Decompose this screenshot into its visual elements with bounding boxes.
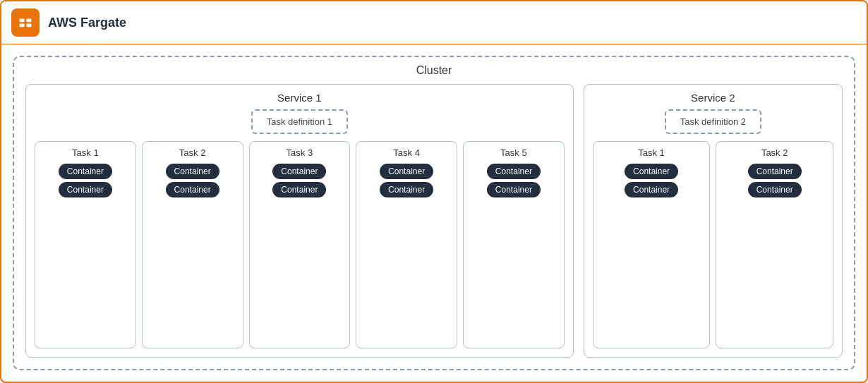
service2-task-2-label: Task 2 [761, 147, 788, 158]
task-4-box: Task 4 Container Container [356, 141, 457, 348]
page-title: AWS Fargate [48, 16, 126, 30]
task-5-label: Task 5 [500, 147, 527, 158]
cluster-box: Cluster Service 1 Task definition 1 Task… [13, 56, 855, 370]
service2-task-1-container-1: Container [625, 164, 678, 179]
svg-rect-2 [26, 18, 31, 22]
task-1-label: Task 1 [72, 147, 99, 158]
service-1-box: Service 1 Task definition 1 Task 1 Conta… [25, 84, 574, 358]
task-2-container-1: Container [166, 164, 219, 179]
task-3-container-1: Container [272, 164, 326, 179]
diagram-header: AWS Fargate [1, 1, 867, 44]
diagram-body: Cluster Service 1 Task definition 1 Task… [1, 44, 867, 382]
services-row: Service 1 Task definition 1 Task 1 Conta… [25, 84, 843, 358]
service2-task-1-box: Task 1 Container Container [593, 141, 711, 348]
service-1-label: Service 1 [35, 92, 565, 104]
task-4-container-1: Container [380, 164, 433, 179]
task-4-container-2: Container [380, 182, 433, 197]
service-2-box: Service 2 Task definition 2 Task 1 Conta… [584, 84, 843, 358]
task-5-box: Task 5 Container Container [463, 141, 565, 348]
task-3-label: Task 3 [287, 147, 313, 158]
service2-task-2-container-1: Container [748, 164, 802, 179]
task-5-container-2: Container [487, 182, 541, 197]
svg-rect-0 [16, 13, 35, 32]
task-1-container-1: Container [59, 164, 112, 179]
task-definition-1-box: Task definition 1 [251, 109, 348, 134]
task-1-box: Task 1 Container Container [35, 141, 136, 348]
service2-task-2-box: Task 2 Container Container [716, 141, 833, 348]
service-2-label: Service 2 [593, 92, 833, 104]
svg-rect-4 [26, 23, 31, 27]
task-3-container-2: Container [272, 182, 326, 197]
cluster-label: Cluster [25, 64, 843, 77]
service2-task-1-label: Task 1 [638, 147, 665, 158]
aws-fargate-icon [11, 8, 40, 37]
svg-rect-3 [20, 23, 25, 27]
task-2-label: Task 2 [179, 147, 206, 158]
task-2-container-2: Container [166, 182, 219, 197]
task-definition-1-label: Task definition 1 [267, 116, 332, 127]
service2-task-2-container-2: Container [748, 182, 802, 197]
task-3-box: Task 3 Container Container [249, 141, 351, 348]
task-4-label: Task 4 [393, 147, 420, 158]
task-definition-2-label: Task definition 2 [680, 116, 746, 127]
task-definition-2-box: Task definition 2 [665, 109, 761, 134]
svg-rect-1 [20, 18, 25, 22]
service-2-tasks-row: Task 1 Container Container Task 2 Contai… [593, 141, 833, 348]
service-1-tasks-row: Task 1 Container Container Task 2 Contai… [35, 141, 565, 348]
task-5-container-1: Container [487, 164, 541, 179]
task-2-box: Task 2 Container Container [142, 141, 243, 348]
task-1-container-2: Container [59, 182, 112, 197]
diagram-wrapper: AWS Fargate Cluster Service 1 Task defin… [0, 0, 868, 383]
service2-task-1-container-2: Container [625, 182, 678, 197]
